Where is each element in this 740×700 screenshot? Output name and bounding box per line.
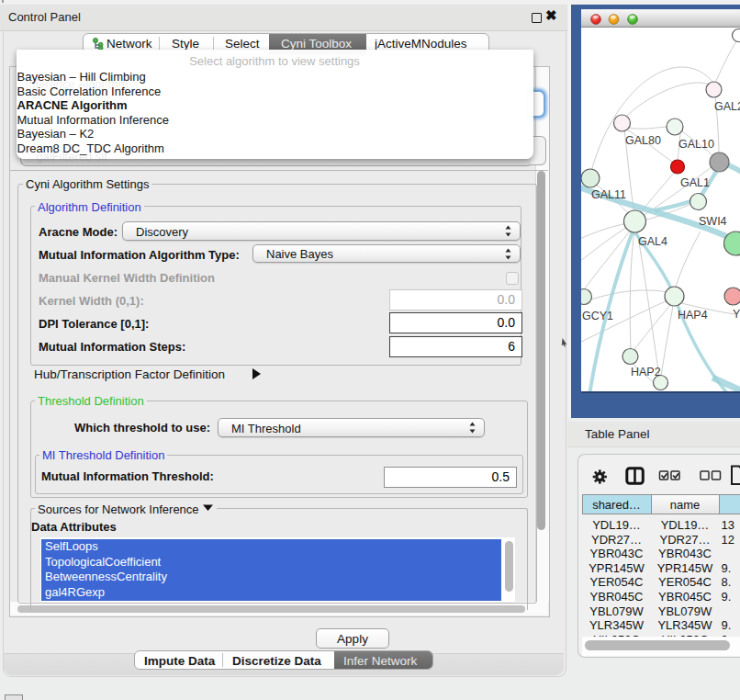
svg-text:GAL80: GAL80 [625, 134, 661, 147]
svg-text:HAP4: HAP4 [678, 309, 708, 322]
svg-text:GAL2: GAL2 [714, 100, 740, 113]
svg-text:GAL4: GAL4 [638, 235, 667, 248]
svg-text:YM: YM [733, 308, 740, 321]
svg-text:HAP2: HAP2 [631, 366, 661, 378]
svg-text:GAL1: GAL1 [680, 176, 710, 189]
svg-text:GCY1: GCY1 [582, 310, 613, 322]
svg-text:GAL11: GAL11 [591, 188, 626, 201]
svg-text:SWI4: SWI4 [699, 215, 727, 228]
svg-text:GAL10: GAL10 [678, 138, 714, 151]
